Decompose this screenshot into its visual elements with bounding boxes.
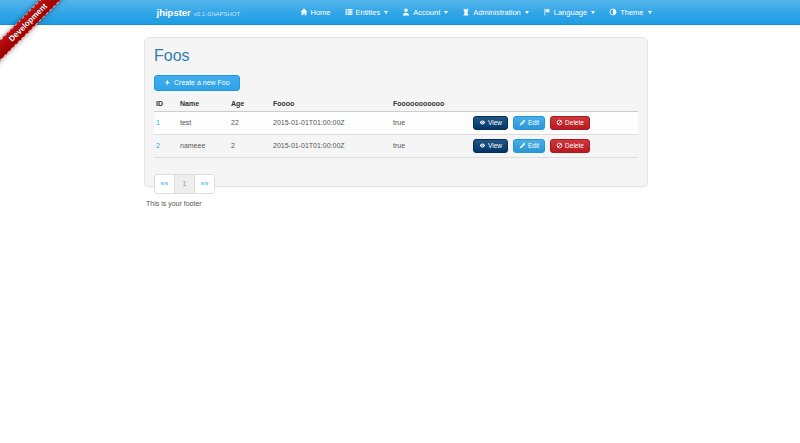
create-foo-button[interactable]: Create a new Foo bbox=[154, 75, 240, 91]
nav-item-label: Home bbox=[311, 8, 331, 17]
delete-button[interactable]: Delete bbox=[550, 139, 590, 153]
tower-icon bbox=[462, 8, 470, 16]
home-icon bbox=[300, 8, 308, 16]
nav-item-account[interactable]: Account bbox=[402, 8, 448, 17]
cell-foolong: true bbox=[391, 111, 471, 134]
table-row: 1 test 22 2015-01-01T01:00:00Z true View… bbox=[154, 111, 638, 134]
chevron-down-icon bbox=[384, 11, 388, 14]
eye-icon bbox=[479, 119, 486, 126]
header-id: ID bbox=[154, 96, 178, 112]
page-title: Foos bbox=[154, 47, 638, 65]
foo-table: ID Name Age Foooo Fooooooooooo 1 test 22… bbox=[154, 96, 638, 158]
nav-item-administration[interactable]: Administration bbox=[462, 8, 529, 17]
edit-button[interactable]: Edit bbox=[513, 139, 545, 153]
ban-circle-icon bbox=[556, 142, 563, 149]
create-foo-label: Create a new Foo bbox=[174, 79, 230, 86]
delete-label: Delete bbox=[565, 142, 584, 149]
cell-age: 2 bbox=[229, 134, 271, 157]
cell-foooo: 2015-01-01T01:00:00Z bbox=[271, 111, 391, 134]
footer-text: This is your footer bbox=[146, 200, 202, 207]
brand[interactable]: jhipster v0.1-SNAPSHOT bbox=[149, 7, 241, 18]
header-foooo: Foooo bbox=[271, 96, 391, 112]
nav-item-label: Theme bbox=[620, 8, 643, 17]
header-actions bbox=[471, 96, 638, 112]
table-header-row: ID Name Age Foooo Fooooooooooo bbox=[154, 96, 638, 112]
nav-item-label: Entities bbox=[356, 8, 381, 17]
cell-foolong: true bbox=[391, 134, 471, 157]
brand-name: jhipster bbox=[157, 7, 191, 18]
pagination-first[interactable]: «« bbox=[154, 174, 175, 194]
view-button[interactable]: View bbox=[473, 116, 508, 130]
pencil-icon bbox=[519, 119, 526, 126]
delete-label: Delete bbox=[565, 119, 584, 126]
nav-item-label: Administration bbox=[473, 8, 521, 17]
cell-name: nameee bbox=[178, 134, 229, 157]
flash-icon bbox=[164, 79, 171, 86]
flag-icon bbox=[543, 8, 551, 16]
nav-item-label: Account bbox=[413, 8, 440, 17]
nav-item-theme[interactable]: Theme bbox=[609, 8, 651, 17]
pagination: «« 1 »» bbox=[154, 174, 215, 194]
edit-button[interactable]: Edit bbox=[513, 116, 545, 130]
pencil-icon bbox=[519, 142, 526, 149]
row-id-link[interactable]: 1 bbox=[156, 119, 160, 126]
navbar: jhipster v0.1-SNAPSHOT Home Entities Acc… bbox=[0, 0, 800, 25]
user-icon bbox=[402, 8, 410, 16]
chevron-down-icon bbox=[591, 11, 595, 14]
brand-version: v0.1-SNAPSHOT bbox=[194, 11, 240, 17]
pagination-page-1[interactable]: 1 bbox=[174, 174, 195, 194]
view-label: View bbox=[488, 142, 502, 149]
delete-button[interactable]: Delete bbox=[550, 116, 590, 130]
main-panel: Foos Create a new Foo ID Name Age Foooo … bbox=[144, 37, 648, 187]
nav-item-language[interactable]: Language bbox=[543, 8, 595, 17]
header-name: Name bbox=[178, 96, 229, 112]
view-button[interactable]: View bbox=[473, 139, 508, 153]
edit-label: Edit bbox=[528, 119, 539, 126]
nav-item-label: Language bbox=[554, 8, 587, 17]
pagination-last[interactable]: »» bbox=[194, 174, 215, 194]
header-age: Age bbox=[229, 96, 271, 112]
cell-age: 22 bbox=[229, 111, 271, 134]
edit-label: Edit bbox=[528, 142, 539, 149]
header-foolong: Fooooooooooo bbox=[391, 96, 471, 112]
chevron-down-icon bbox=[444, 11, 448, 14]
cell-foooo: 2015-01-01T01:00:00Z bbox=[271, 134, 391, 157]
nav-item-home[interactable]: Home bbox=[300, 8, 331, 17]
cell-name: test bbox=[178, 111, 229, 134]
row-id-link[interactable]: 2 bbox=[156, 142, 160, 149]
table-row: 2 nameee 2 2015-01-01T01:00:00Z true Vie… bbox=[154, 134, 638, 157]
th-list-icon bbox=[345, 8, 353, 16]
view-label: View bbox=[488, 119, 502, 126]
chevron-down-icon bbox=[648, 11, 652, 14]
adjust-icon bbox=[609, 8, 617, 16]
nav-item-entities[interactable]: Entities bbox=[345, 8, 389, 17]
eye-icon bbox=[479, 142, 486, 149]
ban-circle-icon bbox=[556, 119, 563, 126]
navbar-menu: Home Entities Account Administration Lan… bbox=[286, 8, 652, 17]
chevron-down-icon bbox=[525, 11, 529, 14]
